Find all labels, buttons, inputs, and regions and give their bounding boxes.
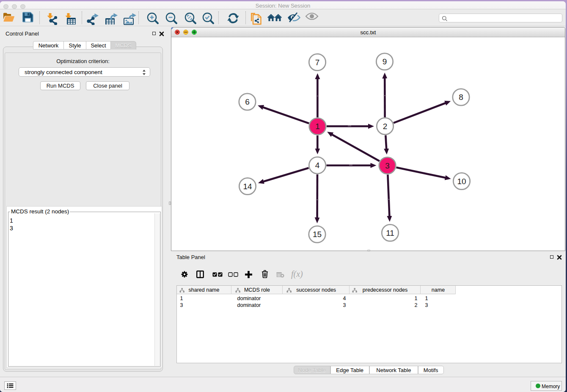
svg-text:1: 1 bbox=[315, 122, 320, 131]
svg-text:11: 11 bbox=[386, 229, 394, 237]
svg-text:6: 6 bbox=[245, 97, 250, 106]
svg-text:7: 7 bbox=[315, 58, 320, 67]
svg-text:4: 4 bbox=[315, 161, 320, 170]
svg-text:15: 15 bbox=[313, 230, 322, 239]
svg-text:2: 2 bbox=[383, 122, 388, 131]
svg-text:8: 8 bbox=[459, 93, 463, 102]
svg-text:9: 9 bbox=[383, 57, 387, 66]
svg-text:10: 10 bbox=[457, 177, 466, 186]
svg-text:3: 3 bbox=[385, 161, 390, 170]
svg-text:14: 14 bbox=[243, 182, 252, 191]
